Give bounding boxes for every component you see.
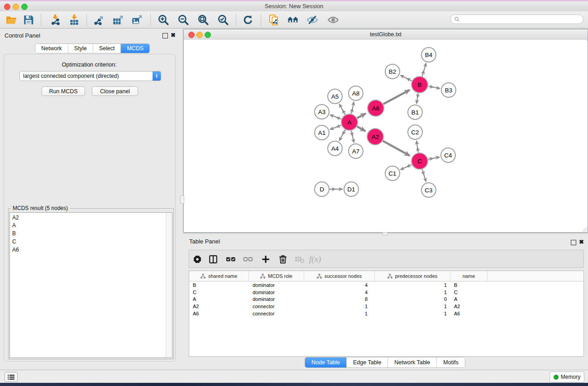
zoom-selected-button[interactable]: [216, 13, 230, 27]
graph-edge-B-B4[interactable]: [422, 63, 426, 76]
export-table-button[interactable]: [111, 13, 125, 27]
split-columns-button[interactable]: [206, 253, 220, 266]
table-row[interactable]: Cdominator41C: [189, 289, 583, 296]
graph-node-A4[interactable]: A4: [328, 141, 342, 156]
graph-node-B1[interactable]: B1: [408, 105, 422, 119]
graph-node-C1[interactable]: C1: [385, 166, 400, 181]
graph-edge-C-C3[interactable]: [422, 169, 426, 181]
column-header-predecessor-nodes[interactable]: predecessor nodes: [375, 271, 450, 281]
mcds-result-item[interactable]: A: [10, 222, 166, 230]
graph-node-A5[interactable]: A5: [328, 89, 342, 104]
zoom-in-button[interactable]: [157, 13, 170, 27]
column-header-MCDS-role[interactable]: MCDS role: [249, 271, 304, 281]
table-row[interactable]: Bdominator41B: [189, 281, 583, 289]
import-network-button[interactable]: [48, 13, 62, 27]
graph-node-A8[interactable]: A8: [349, 86, 363, 100]
refresh-button[interactable]: [241, 13, 255, 27]
mcds-result-item[interactable]: C: [10, 238, 166, 246]
column-header-successor-nodes[interactable]: successor nodes: [304, 271, 375, 281]
graph-edge-A-A3[interactable]: [330, 115, 341, 119]
graph-node-B[interactable]: B: [411, 76, 428, 93]
graph-edge-A6-B[interactable]: [383, 90, 410, 104]
save-floppy-button[interactable]: [22, 13, 35, 27]
column-header-name[interactable]: name: [450, 271, 488, 281]
graph-node-D1[interactable]: D1: [344, 182, 359, 196]
tab-select[interactable]: Select: [93, 44, 121, 53]
graph-edge-A-A2[interactable]: [357, 126, 366, 131]
tab-mcds[interactable]: MCDS: [121, 44, 149, 53]
open-folder-button[interactable]: [5, 13, 18, 27]
graph-node-C3[interactable]: C3: [421, 183, 436, 197]
double-home-button[interactable]: [286, 13, 300, 27]
search-input[interactable]: [462, 16, 583, 23]
table-row[interactable]: Adominator80A: [189, 295, 583, 303]
tab-motifs[interactable]: Motifs: [437, 357, 464, 367]
export-image-button[interactable]: [130, 13, 144, 27]
graph-edge-C-C2[interactable]: [416, 141, 418, 152]
eye-button[interactable]: [326, 13, 340, 27]
graph-edge-B-B3[interactable]: [428, 86, 440, 89]
graph-node-A3[interactable]: A3: [315, 105, 329, 119]
import-table-button[interactable]: [67, 13, 81, 27]
graph-node-C[interactable]: C: [411, 153, 428, 169]
graph-edge-B-B1[interactable]: [416, 93, 418, 104]
tab-style[interactable]: Style: [68, 44, 93, 53]
resize-grip-icon[interactable]: [581, 226, 587, 232]
graph-node-A6[interactable]: A6: [368, 100, 384, 116]
export-network-button[interactable]: [92, 13, 105, 27]
graph-node-B2[interactable]: B2: [385, 64, 400, 79]
search-field[interactable]: [450, 14, 583, 24]
mcds-result-item[interactable]: A6: [10, 246, 166, 254]
graph-node-B3[interactable]: B3: [441, 83, 456, 97]
graph-node-A7[interactable]: A7: [349, 144, 363, 158]
table-row[interactable]: A2connector11A2: [189, 303, 583, 310]
graph-edge-A-A5[interactable]: [339, 104, 345, 114]
mcds-result-list[interactable]: A2ABCA6: [10, 212, 172, 358]
graph-edge-A-A4[interactable]: [339, 130, 345, 141]
graph-edge-A-A7[interactable]: [351, 131, 354, 143]
tab-edge-table[interactable]: Edge Table: [347, 357, 388, 367]
mcds-result-item[interactable]: B: [10, 230, 166, 238]
mcds-result-item[interactable]: A2: [10, 214, 166, 222]
eye-slash-button[interactable]: [306, 13, 319, 27]
horizontal-divider-grip[interactable]: [382, 232, 388, 235]
zoom-out-button[interactable]: [177, 13, 190, 27]
graph-edge-C-C4[interactable]: [428, 157, 440, 159]
add-button[interactable]: [259, 253, 272, 266]
control-panel-close-button[interactable]: ✖: [171, 33, 176, 38]
tab-network[interactable]: Network: [35, 44, 68, 53]
tab-network-table[interactable]: Network Table: [388, 357, 437, 367]
memory-button[interactable]: Memory: [550, 372, 584, 382]
optimization-criterion-select[interactable]: largest connected component (directed) ▲…: [19, 71, 161, 81]
result-list-scrollbar[interactable]: [166, 213, 172, 357]
run-mcds-button[interactable]: Run MCDS: [42, 86, 85, 96]
graph-node-B4[interactable]: B4: [421, 48, 436, 62]
graph-node-A1[interactable]: A1: [315, 125, 329, 140]
close-panel-button[interactable]: Close panel: [92, 86, 138, 96]
column-header-shared-name[interactable]: shared name: [189, 271, 249, 281]
trash-button[interactable]: [276, 253, 290, 266]
graph-edge-B-B2[interactable]: [401, 75, 412, 81]
table-panel-close-button[interactable]: ✖: [579, 239, 584, 245]
table-row[interactable]: A6connector11A6: [189, 310, 583, 317]
graph-node-A[interactable]: A: [341, 114, 358, 130]
checks-on-button[interactable]: [224, 253, 238, 266]
graph-node-C4[interactable]: C4: [441, 148, 455, 162]
graph-node-C2[interactable]: C2: [408, 125, 422, 139]
tab-node-table[interactable]: Node Table: [305, 357, 347, 367]
graph-edge-A-A1[interactable]: [330, 125, 341, 129]
graph-node-A2[interactable]: A2: [367, 129, 383, 145]
graph-edge-C-C1[interactable]: [401, 165, 412, 170]
graph-edge-A2-C[interactable]: [383, 141, 410, 156]
zoom-fit-button[interactable]: [196, 13, 210, 27]
network-window-titlebar[interactable]: testGlobe.txt: [184, 29, 588, 40]
control-panel-float-button[interactable]: [163, 33, 168, 38]
table-panel-float-button[interactable]: [571, 240, 576, 245]
network-canvas[interactable]: B4B2BB3A5A8A6B1A3AA1C2A2A4A7C4CC1C3DD1: [184, 40, 587, 231]
vertical-divider-grip[interactable]: [180, 195, 184, 204]
gear-button[interactable]: [191, 253, 204, 266]
task-history-button[interactable]: [5, 372, 18, 382]
copy-network-button[interactable]: [267, 13, 281, 27]
graph-edge-A-A6[interactable]: [357, 114, 366, 118]
checks-off-button[interactable]: [241, 253, 255, 266]
